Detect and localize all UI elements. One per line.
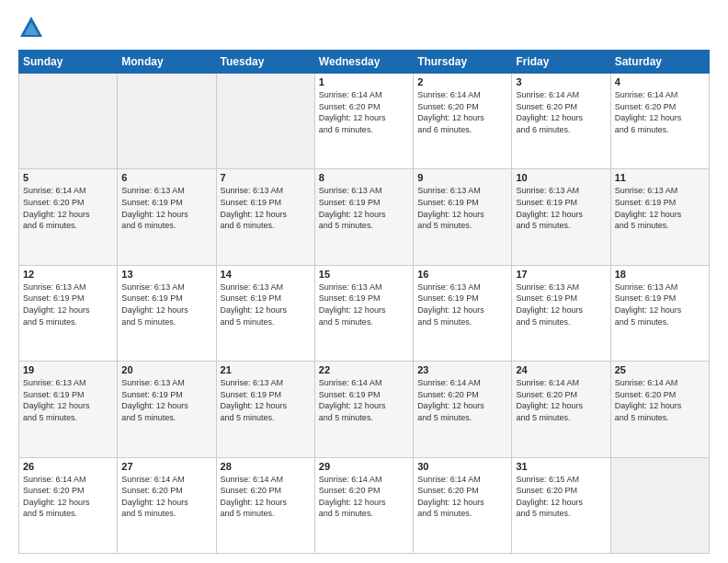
day-info: Sunrise: 6:13 AM Sunset: 6:19 PM Dayligh… [417,282,507,327]
calendar-week-row: 12Sunrise: 6:13 AM Sunset: 6:19 PM Dayli… [19,265,710,361]
day-info: Sunrise: 6:15 AM Sunset: 6:20 PM Dayligh… [516,474,606,520]
calendar-cell: 11Sunrise: 6:13 AM Sunset: 6:19 PM Dayli… [610,169,709,265]
day-number: 17 [516,269,606,280]
day-info: Sunrise: 6:13 AM Sunset: 6:19 PM Dayligh… [23,377,113,423]
day-info: Sunrise: 6:14 AM Sunset: 6:20 PM Dayligh… [319,474,409,520]
calendar-cell: 31Sunrise: 6:15 AM Sunset: 6:20 PM Dayli… [512,457,610,553]
day-info: Sunrise: 6:14 AM Sunset: 6:20 PM Dayligh… [23,185,113,231]
day-info: Sunrise: 6:13 AM Sunset: 6:19 PM Dayligh… [417,185,507,231]
day-header-thursday: Thursday [414,51,512,74]
calendar-cell: 20Sunrise: 6:13 AM Sunset: 6:19 PM Dayli… [118,362,216,457]
calendar-cell: 8Sunrise: 6:13 AM Sunset: 6:19 PM Daylig… [314,169,413,265]
day-info: Sunrise: 6:13 AM Sunset: 6:19 PM Dayligh… [319,185,409,231]
day-number: 23 [417,364,507,375]
day-number: 30 [417,461,507,472]
day-number: 28 [221,461,311,472]
day-number: 25 [615,364,705,375]
day-info: Sunrise: 6:14 AM Sunset: 6:20 PM Dayligh… [516,89,606,135]
calendar-cell: 3Sunrise: 6:14 AM Sunset: 6:20 PM Daylig… [512,74,610,169]
calendar-cell: 22Sunrise: 6:14 AM Sunset: 6:19 PM Dayli… [314,362,413,457]
day-info: Sunrise: 6:14 AM Sunset: 6:20 PM Dayligh… [417,474,507,520]
day-number: 11 [615,172,705,183]
day-number: 6 [121,172,211,183]
day-number: 29 [319,461,409,472]
day-number: 16 [417,269,507,280]
day-number: 9 [417,172,507,183]
day-number: 13 [121,269,211,280]
calendar-cell: 14Sunrise: 6:13 AM Sunset: 6:19 PM Dayli… [216,265,314,361]
day-header-friday: Friday [512,51,610,74]
day-header-saturday: Saturday [610,51,709,74]
calendar-cell [118,74,216,169]
day-number: 19 [23,364,113,375]
calendar-cell [216,74,314,169]
day-info: Sunrise: 6:14 AM Sunset: 6:20 PM Dayligh… [319,89,409,135]
day-number: 3 [516,76,606,87]
day-number: 24 [516,364,606,375]
calendar-cell: 13Sunrise: 6:13 AM Sunset: 6:19 PM Dayli… [118,265,216,361]
day-number: 18 [615,269,705,280]
calendar-cell: 26Sunrise: 6:14 AM Sunset: 6:20 PM Dayli… [19,457,118,553]
calendar-cell: 25Sunrise: 6:14 AM Sunset: 6:20 PM Dayli… [610,362,709,457]
day-header-wednesday: Wednesday [314,51,413,74]
day-number: 26 [23,461,113,472]
calendar-cell: 2Sunrise: 6:14 AM Sunset: 6:20 PM Daylig… [414,74,512,169]
day-number: 12 [23,269,113,280]
day-info: Sunrise: 6:14 AM Sunset: 6:20 PM Dayligh… [221,474,311,520]
day-number: 4 [615,76,705,87]
calendar-cell: 29Sunrise: 6:14 AM Sunset: 6:20 PM Dayli… [314,457,413,553]
day-info: Sunrise: 6:13 AM Sunset: 6:19 PM Dayligh… [221,185,311,231]
calendar-cell: 28Sunrise: 6:14 AM Sunset: 6:20 PM Dayli… [216,457,314,553]
day-info: Sunrise: 6:14 AM Sunset: 6:20 PM Dayligh… [516,377,606,423]
calendar-cell: 5Sunrise: 6:14 AM Sunset: 6:20 PM Daylig… [19,169,118,265]
day-info: Sunrise: 6:13 AM Sunset: 6:19 PM Dayligh… [121,185,211,231]
day-info: Sunrise: 6:13 AM Sunset: 6:19 PM Dayligh… [615,185,705,231]
day-info: Sunrise: 6:13 AM Sunset: 6:19 PM Dayligh… [615,282,705,327]
day-number: 8 [319,172,409,183]
day-number: 7 [221,172,311,183]
calendar-week-row: 1Sunrise: 6:14 AM Sunset: 6:20 PM Daylig… [19,74,710,169]
day-info: Sunrise: 6:13 AM Sunset: 6:19 PM Dayligh… [221,377,311,423]
logo-icon [18,15,44,40]
calendar-week-row: 19Sunrise: 6:13 AM Sunset: 6:19 PM Dayli… [19,362,710,457]
calendar-cell: 21Sunrise: 6:13 AM Sunset: 6:19 PM Dayli… [216,362,314,457]
day-number: 10 [516,172,606,183]
day-number: 5 [23,172,113,183]
calendar-table: SundayMondayTuesdayWednesdayThursdayFrid… [18,50,710,554]
day-header-sunday: Sunday [19,51,118,74]
calendar-cell: 4Sunrise: 6:14 AM Sunset: 6:20 PM Daylig… [610,74,709,169]
calendar-cell: 24Sunrise: 6:14 AM Sunset: 6:20 PM Dayli… [512,362,610,457]
calendar-cell: 1Sunrise: 6:14 AM Sunset: 6:20 PM Daylig… [314,74,413,169]
day-header-monday: Monday [118,51,216,74]
page: SundayMondayTuesdayWednesdayThursdayFrid… [0,0,728,563]
day-info: Sunrise: 6:14 AM Sunset: 6:20 PM Dayligh… [615,89,705,135]
day-info: Sunrise: 6:13 AM Sunset: 6:19 PM Dayligh… [23,282,113,327]
calendar-cell: 7Sunrise: 6:13 AM Sunset: 6:19 PM Daylig… [216,169,314,265]
calendar-cell: 30Sunrise: 6:14 AM Sunset: 6:20 PM Dayli… [414,457,512,553]
calendar-cell: 27Sunrise: 6:14 AM Sunset: 6:20 PM Dayli… [118,457,216,553]
calendar-cell: 10Sunrise: 6:13 AM Sunset: 6:19 PM Dayli… [512,169,610,265]
day-number: 20 [121,364,211,375]
header [18,15,710,40]
day-number: 27 [121,461,211,472]
calendar-week-row: 26Sunrise: 6:14 AM Sunset: 6:20 PM Dayli… [19,457,710,553]
day-number: 1 [319,76,409,87]
day-number: 2 [417,76,507,87]
day-info: Sunrise: 6:14 AM Sunset: 6:20 PM Dayligh… [417,377,507,423]
day-info: Sunrise: 6:13 AM Sunset: 6:19 PM Dayligh… [516,282,606,327]
day-info: Sunrise: 6:13 AM Sunset: 6:19 PM Dayligh… [121,282,211,327]
day-header-tuesday: Tuesday [216,51,314,74]
day-info: Sunrise: 6:14 AM Sunset: 6:20 PM Dayligh… [121,474,211,520]
calendar-cell: 12Sunrise: 6:13 AM Sunset: 6:19 PM Dayli… [19,265,118,361]
day-info: Sunrise: 6:14 AM Sunset: 6:20 PM Dayligh… [23,474,113,520]
day-info: Sunrise: 6:13 AM Sunset: 6:19 PM Dayligh… [319,282,409,327]
calendar-week-row: 5Sunrise: 6:14 AM Sunset: 6:20 PM Daylig… [19,169,710,265]
day-info: Sunrise: 6:13 AM Sunset: 6:19 PM Dayligh… [221,282,311,327]
calendar-cell: 17Sunrise: 6:13 AM Sunset: 6:19 PM Dayli… [512,265,610,361]
day-number: 14 [221,269,311,280]
calendar-cell [610,457,709,553]
calendar-cell: 19Sunrise: 6:13 AM Sunset: 6:19 PM Dayli… [19,362,118,457]
calendar-cell: 15Sunrise: 6:13 AM Sunset: 6:19 PM Dayli… [314,265,413,361]
day-number: 31 [516,461,606,472]
day-info: Sunrise: 6:14 AM Sunset: 6:20 PM Dayligh… [417,89,507,135]
